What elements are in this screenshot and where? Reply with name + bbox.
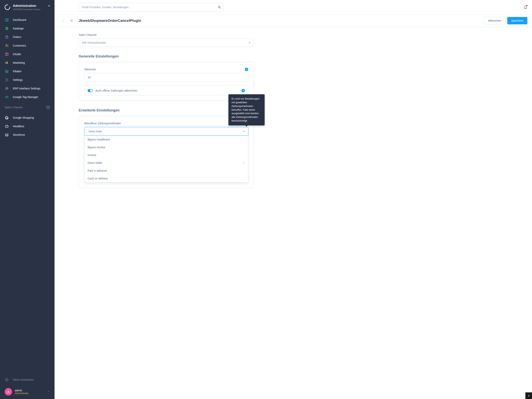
notifications-icon[interactable] bbox=[523, 5, 527, 9]
sidebar-item-label: Orders bbox=[13, 35, 21, 39]
sales-channel-field-label: Sales Channel bbox=[79, 33, 254, 36]
help-icon[interactable]: ? bbox=[241, 89, 245, 92]
chevron-up-icon bbox=[47, 390, 50, 393]
payment-methods-label: Betroffene Zahlungsmethoden ? bbox=[84, 122, 248, 125]
search-input[interactable] bbox=[79, 3, 223, 12]
nav-main: DashboardKatalogeOrdersCustomersInhalteM… bbox=[0, 14, 55, 103]
back-icon[interactable] bbox=[59, 19, 67, 22]
sidebar-item-label: Kataloge bbox=[13, 27, 24, 30]
sidebar: Administration v9999999 Developer Versio… bbox=[0, 0, 55, 399]
search-icon[interactable] bbox=[218, 6, 221, 9]
sidebar-channel-storefront[interactable]: Storefront bbox=[0, 130, 55, 139]
svg-point-3 bbox=[6, 45, 7, 45]
chevron-down-icon bbox=[248, 41, 251, 44]
sidebar-item-label: Customers bbox=[13, 44, 26, 47]
topbar bbox=[55, 0, 532, 15]
sidebar-item-label: Filialen bbox=[13, 70, 21, 73]
option-label: Byjuno invoice bbox=[88, 146, 105, 149]
sidebar-channel-headless[interactable]: Headless bbox=[0, 122, 55, 130]
selected-tag[interactable]: Direct Debit bbox=[86, 129, 104, 134]
open-payments-label: Auch offene Zahlungen abbrechen bbox=[95, 89, 239, 92]
dropdown-option[interactable]: Direct Debit bbox=[84, 159, 248, 167]
sidebar-item-label: ERP Interface Settings bbox=[13, 87, 40, 90]
sidebar-item-label: Storefront bbox=[13, 133, 25, 136]
symfony-badge-icon[interactable] bbox=[525, 392, 532, 399]
cancel-button[interactable]: Abbrechen bbox=[484, 17, 505, 24]
save-button[interactable]: Speichern bbox=[507, 17, 527, 24]
sidebar-item-label: Dashboard bbox=[13, 18, 26, 21]
sidebar-header: Administration v9999999 Developer Versio… bbox=[0, 0, 55, 14]
option-label: Cash on delivery bbox=[88, 177, 108, 180]
copy-icon bbox=[5, 26, 9, 31]
dropdown-option[interactable]: Invoice bbox=[84, 151, 248, 159]
advanced-section-title: Erweiterte Einstellungen bbox=[79, 108, 254, 112]
main: JkwebShopwareOrderCancelPlugin Abbrechen… bbox=[55, 0, 532, 399]
sidebar-item-orders[interactable]: Orders bbox=[0, 33, 55, 41]
option-label: Paid in advance bbox=[88, 169, 107, 172]
sidebar-item-label: Settings bbox=[13, 78, 23, 81]
sidebar-item-customers[interactable]: Customers bbox=[0, 41, 55, 50]
general-card: Wartezeit ? Auch offene Zahlungen abbrec… bbox=[79, 62, 254, 101]
svg-rect-1 bbox=[6, 28, 8, 30]
dropdown-option[interactable]: Byjuno invoice bbox=[84, 143, 248, 151]
sidebar-item-settings[interactable]: Settings bbox=[0, 76, 55, 84]
sidebar-item-dashboard[interactable]: Dashboard bbox=[0, 16, 55, 24]
help-icon[interactable]: ? bbox=[245, 68, 248, 71]
content: Sales Channel Alle Verkaufskanäle Genere… bbox=[55, 27, 278, 227]
sidebar-item-erp-interface-settings[interactable]: ERP Interface Settings bbox=[0, 84, 55, 93]
dropdown-option[interactable]: Cash on delivery bbox=[84, 174, 248, 182]
user-menu[interactable]: A admin Administrator bbox=[0, 385, 55, 399]
svg-point-8 bbox=[7, 88, 8, 89]
user-name: admin bbox=[15, 389, 29, 392]
general-section-title: Generelle Einstellungen bbox=[79, 54, 254, 58]
sidebar-item-label: Headless bbox=[13, 125, 24, 128]
dropdown-option[interactable]: Paid in advance bbox=[84, 167, 248, 174]
svg-rect-2 bbox=[6, 27, 7, 29]
search-wrap bbox=[79, 3, 223, 12]
layout-icon bbox=[5, 52, 9, 56]
svg-point-6 bbox=[6, 89, 6, 90]
gauge-icon bbox=[5, 18, 9, 22]
page-title: JkwebShopwareOrderCancelPlugin bbox=[79, 19, 484, 23]
sidebar-item-label: Google Shopping bbox=[13, 116, 34, 119]
user-role: Administrator bbox=[15, 392, 29, 395]
waittime-label: Wartezeit ? bbox=[84, 68, 248, 71]
sidebar-item-kataloge[interactable]: Kataloge bbox=[0, 24, 55, 33]
option-label: Direct Debit bbox=[88, 161, 102, 164]
storefront-icon bbox=[5, 133, 9, 137]
open-payments-toggle[interactable] bbox=[88, 89, 93, 92]
sidebar-item-inhalte[interactable]: Inhalte bbox=[0, 50, 55, 58]
sidebar-item-google-tag-manager[interactable]: Google Tag Manager bbox=[0, 93, 55, 101]
sales-channel-label: Sales Channel bbox=[5, 106, 22, 109]
sales-channel-select[interactable]: Alle Verkaufskanäle bbox=[79, 38, 254, 47]
svg-point-11 bbox=[71, 20, 72, 21]
bag-icon bbox=[5, 35, 9, 39]
logo-icon bbox=[5, 5, 10, 10]
sidebar-item-filialen[interactable]: Filialen bbox=[0, 67, 55, 76]
waittime-input[interactable] bbox=[84, 73, 248, 82]
payment-tooltip: Es sind nur Bestellungen mit gewählten Z… bbox=[228, 94, 265, 125]
sidebar-item-label: Marketing bbox=[13, 61, 25, 64]
code-icon bbox=[5, 95, 9, 99]
gear-icon[interactable] bbox=[67, 19, 76, 22]
minimize-menu[interactable]: Menü minimieren bbox=[0, 375, 55, 385]
page-header: JkwebShopwareOrderCancelPlugin Abbrechen… bbox=[55, 15, 532, 27]
avatar: A bbox=[5, 388, 12, 395]
admin-title: Administration bbox=[13, 4, 40, 8]
svg-point-7 bbox=[6, 87, 7, 88]
admin-version: v9999999 Developer Version bbox=[13, 8, 40, 11]
advanced-card: Es sind nur Bestellungen mit gewählten Z… bbox=[79, 116, 254, 188]
payment-methods-select[interactable]: Direct Debit bbox=[84, 127, 248, 135]
sidebar-channel-google-shopping[interactable]: Google Shopping bbox=[0, 113, 55, 122]
svg-point-12 bbox=[527, 394, 531, 398]
sidebar-item-label: Google Tag Manager bbox=[13, 96, 38, 99]
add-sales-channel-icon[interactable] bbox=[46, 106, 50, 109]
sidebar-item-marketing[interactable]: Marketing bbox=[0, 58, 55, 67]
option-label: Invoice bbox=[88, 154, 96, 157]
chevron-down-icon bbox=[243, 130, 245, 133]
dropdown-option[interactable]: Byjuno installment bbox=[84, 135, 248, 143]
svg-point-10 bbox=[218, 6, 220, 8]
svg-rect-4 bbox=[6, 53, 8, 55]
sales-channel-value: Alle Verkaufskanäle bbox=[82, 41, 106, 44]
sales-channel-header: Sales Channel bbox=[0, 103, 55, 111]
